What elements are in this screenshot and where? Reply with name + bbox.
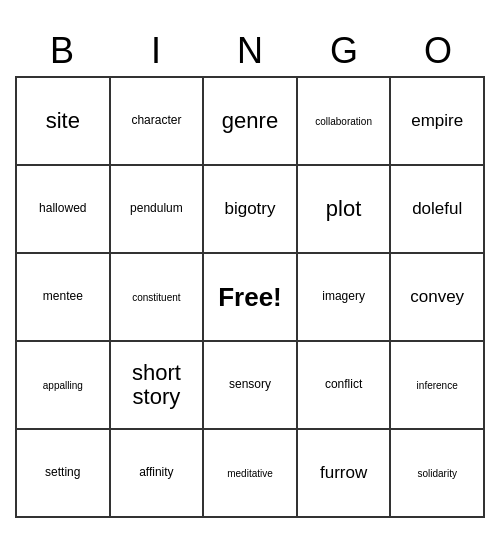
bingo-cell[interactable]: empire	[391, 78, 485, 166]
bingo-cell[interactable]: sensory	[204, 342, 298, 430]
bingo-cell[interactable]: solidarity	[391, 430, 485, 518]
header-letter: O	[391, 26, 485, 76]
bingo-cell[interactable]: setting	[17, 430, 111, 518]
bingo-cell[interactable]: convey	[391, 254, 485, 342]
bingo-cell[interactable]: meditative	[204, 430, 298, 518]
bingo-cell[interactable]: furrow	[298, 430, 392, 518]
bingo-cell[interactable]: appalling	[17, 342, 111, 430]
bingo-cell[interactable]: plot	[298, 166, 392, 254]
bingo-cell[interactable]: imagery	[298, 254, 392, 342]
bingo-cell[interactable]: bigotry	[204, 166, 298, 254]
header-letter: B	[15, 26, 109, 76]
bingo-cell[interactable]: collaboration	[298, 78, 392, 166]
bingo-cell[interactable]: hallowed	[17, 166, 111, 254]
header-letter: I	[109, 26, 203, 76]
bingo-cell[interactable]: Free!	[204, 254, 298, 342]
bingo-cell[interactable]: inference	[391, 342, 485, 430]
bingo-card: BINGO sitecharactergenrecollaborationemp…	[15, 26, 485, 518]
bingo-cell[interactable]: short story	[111, 342, 205, 430]
bingo-cell[interactable]: conflict	[298, 342, 392, 430]
bingo-cell[interactable]: character	[111, 78, 205, 166]
bingo-cell[interactable]: pendulum	[111, 166, 205, 254]
bingo-cell[interactable]: affinity	[111, 430, 205, 518]
bingo-cell[interactable]: genre	[204, 78, 298, 166]
header-letter: G	[297, 26, 391, 76]
bingo-cell[interactable]: doleful	[391, 166, 485, 254]
bingo-grid: sitecharactergenrecollaborationempirehal…	[15, 76, 485, 518]
bingo-cell[interactable]: site	[17, 78, 111, 166]
bingo-cell[interactable]: constituent	[111, 254, 205, 342]
bingo-header: BINGO	[15, 26, 485, 76]
bingo-cell[interactable]: mentee	[17, 254, 111, 342]
header-letter: N	[203, 26, 297, 76]
